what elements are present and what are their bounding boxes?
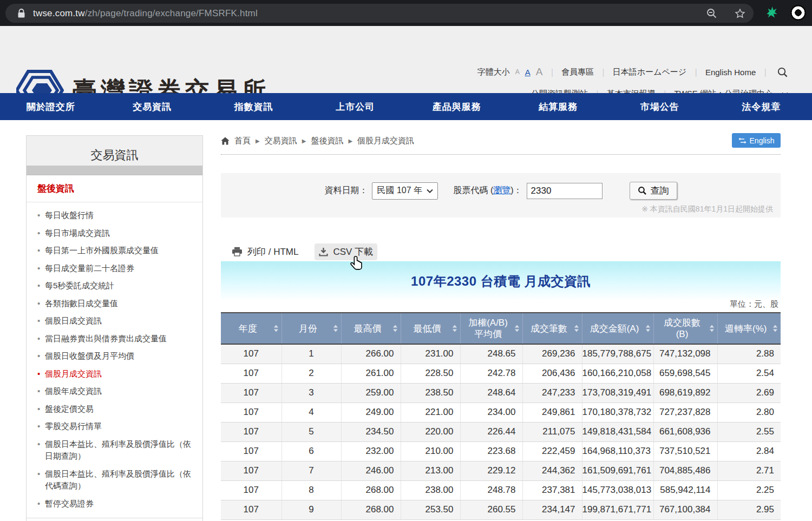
font-size-medium-button[interactable]: A [525,68,531,77]
sidebar-item[interactable]: 零股交易行情單 [36,418,196,436]
table-cell: 5 [281,422,341,441]
browse-link[interactable]: 瀏覽 [493,186,510,195]
sort-icon[interactable] [453,325,457,332]
table-cell: 164,968,110,373 [582,441,653,461]
table-cell: 8 [281,480,341,500]
nav-item[interactable]: 指數資訊 [203,93,305,120]
browser-extension-icon[interactable] [764,5,779,20]
table-cell: 238.00 [401,480,460,500]
sidebar-item[interactable]: 個股日成交資訊 [36,312,196,330]
member-area-link[interactable]: 會員專區 [561,67,594,77]
sort-icon[interactable] [515,325,519,332]
table-cell: 223.68 [460,441,522,461]
sidebar-item[interactable]: 每日市場成交資訊 [36,225,196,242]
lock-icon[interactable] [17,9,25,18]
breadcrumb-item[interactable]: 交易資訊 [265,136,297,146]
main-nav: 關於證交所交易資訊指數資訊上市公司產品與服務結算服務市場公告法令規章 [0,93,812,120]
nav-item[interactable]: 結算服務 [508,93,610,120]
font-size-large-button[interactable]: A [536,66,543,78]
sidebar-item[interactable]: 個股年成交資訊 [36,382,196,400]
table-header-row: 年度月份最高價最低價加權(A/B) 平均價成交筆數成交金額(A)成交股數 (B)… [221,313,781,344]
table-cell: 228.50 [401,364,460,383]
column-header[interactable]: 週轉率(%) [717,313,781,344]
sidebar-item[interactable]: 盤後定價交易 [36,400,196,418]
breadcrumb-separator-icon: ▶ [348,138,352,144]
nav-item[interactable]: 上市公司 [305,93,407,120]
sidebar-item[interactable]: 暫停交易證券 [36,495,196,513]
sort-icon[interactable] [393,325,397,332]
table-cell: 737,510,521 [653,441,717,461]
query-button[interactable]: 查詢 [630,182,677,200]
table-cell: 661,608,936 [653,422,717,441]
date-select[interactable]: 民國 107 年 [372,182,438,200]
table-cell: 185,779,788,675 [582,344,653,364]
breadcrumb-separator-icon: ▶ [302,138,306,144]
address-bar[interactable]: twse.com.tw/zh/page/trading/exchange/FMS… [5,4,754,23]
table-cell: 145,773,038,013 [582,480,653,500]
sidebar-item-active[interactable]: 個股月成交資訊 [36,365,196,383]
column-header[interactable]: 加權(A/B) 平均價 [460,313,522,344]
english-home-link[interactable]: English Home [705,68,756,77]
sidebar-item[interactable]: 每日收盤行情 [36,207,196,225]
table-cell: 213.00 [401,461,460,480]
sidebar-section-price-limit[interactable]: 升降幅度/首五日無漲跌幅 [27,518,202,521]
sidebar-item[interactable]: 個股日本益比、殖利率及股價淨值比（依代碼查詢） [36,465,196,495]
sort-icon[interactable] [710,325,714,332]
sort-icon[interactable] [646,325,650,332]
sort-icon[interactable] [333,325,338,332]
breadcrumb-home[interactable]: 首頁 [234,136,251,146]
sidebar-item[interactable]: 當日融券賣出與借券賣出成交量值 [36,330,196,348]
column-header[interactable]: 成交金額(A) [582,313,653,344]
column-header[interactable]: 最低價 [401,313,460,344]
column-header[interactable]: 最高價 [341,313,401,344]
data-availability-note: ※ 本資訊自民國81年1月1日起開始提供 [641,205,773,214]
nav-item[interactable]: 法令規章 [711,93,812,120]
sidebar-item[interactable]: 每日成交量前二十名證券 [36,260,196,278]
zoom-out-icon[interactable] [706,8,718,19]
sidebar-section-after-hours[interactable]: 盤後資訊 [27,175,202,202]
table-cell: 237,381 [522,480,582,500]
sort-icon[interactable] [274,325,278,332]
nav-item[interactable]: 市場公告 [609,93,711,120]
font-size-label: 字體大小 [477,67,510,77]
home-icon[interactable] [221,137,230,145]
sort-icon[interactable] [574,325,579,332]
table-cell: 268.00 [341,480,401,500]
table-cell: 107 [221,441,281,461]
bookmark-star-icon[interactable] [734,8,746,19]
sidebar-item[interactable]: 每日第一上市外國股票成交量值 [36,242,196,260]
browser-profile-avatar[interactable] [790,5,806,21]
table-cell: 149,818,431,584 [582,422,653,441]
table-cell: 248.78 [460,480,522,500]
print-button-label: 列印 / HTML [247,246,298,258]
sidebar-item[interactable]: 每5秒委託成交統計 [36,277,196,295]
table-cell: 2.71 [717,461,781,480]
column-header[interactable]: 年度 [221,313,281,344]
sidebar-item[interactable]: 各類指數日成交量值 [36,295,196,313]
printer-icon [232,247,243,256]
font-size-small-button[interactable]: A [515,68,520,76]
column-header[interactable]: 月份 [281,313,341,344]
csv-download-button[interactable]: CSV 下載 [315,243,377,260]
header-search-icon[interactable] [777,67,788,78]
nav-item[interactable]: 產品與服務 [406,93,508,120]
table-row: 1078268.00238.00248.78237,381145,773,038… [221,480,781,500]
sidebar-item[interactable]: 個股日收盤價及月平均價 [36,347,196,365]
table-cell: 2.88 [717,344,781,364]
english-toggle-button[interactable]: English [732,133,781,148]
nav-item[interactable]: 關於證交所 [0,93,102,120]
print-html-button[interactable]: 列印 / HTML [227,243,303,260]
column-header[interactable]: 成交筆數 [522,313,582,344]
table-cell: 246.00 [341,461,401,480]
nav-item[interactable]: 交易資訊 [102,93,204,120]
column-header[interactable]: 成交股數 (B) [653,313,717,344]
sort-icon[interactable] [773,325,777,332]
csv-button-label: CSV 下載 [333,246,373,258]
table-cell: 107 [221,364,281,383]
stock-code-input[interactable] [527,183,603,199]
sidebar-item[interactable]: 個股日本益比、殖利率及股價淨值比（依日期查詢） [36,436,196,465]
breadcrumb-item[interactable]: 個股月成交資訊 [357,136,414,146]
japanese-home-link[interactable]: 日本語ホームページ [613,67,686,77]
table-cell: 211,075 [522,422,582,441]
breadcrumb-item[interactable]: 盤後資訊 [311,136,343,146]
